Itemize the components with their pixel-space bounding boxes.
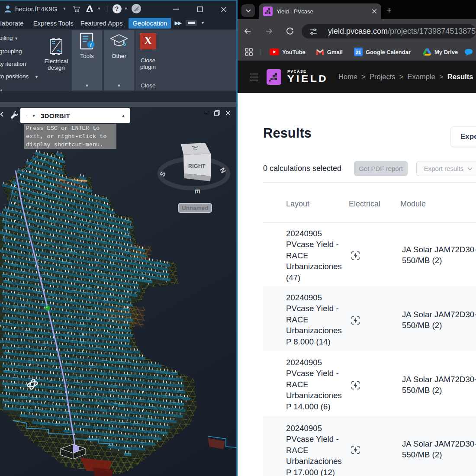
svg-text:RIGHT: RIGHT [188,163,206,169]
svg-text:E: E [194,189,201,194]
svg-text:21: 21 [356,50,361,55]
